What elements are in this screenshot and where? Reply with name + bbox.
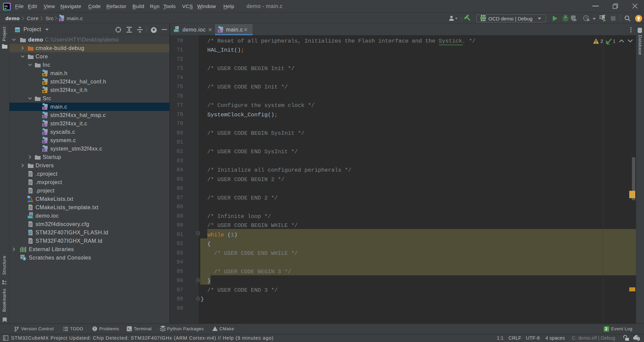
svg-text:C: C [43, 123, 45, 127]
svg-text:H: H [43, 90, 45, 93]
svg-text:H: H [43, 81, 45, 85]
svg-text:C: C [43, 115, 45, 118]
svg-text:C: C [43, 107, 45, 110]
svg-text:C: C [43, 132, 45, 135]
svg-text:C: C [43, 140, 45, 144]
svg-text:C: C [43, 149, 45, 152]
svg-text:C: C [219, 30, 221, 33]
svg-text:H: H [43, 73, 45, 76]
svg-text:C: C [60, 18, 62, 21]
svg-text:IOC: IOC [28, 216, 33, 219]
svg-text:IOC: IOC [174, 30, 178, 32]
svg-text:CL: CL [5, 5, 8, 8]
